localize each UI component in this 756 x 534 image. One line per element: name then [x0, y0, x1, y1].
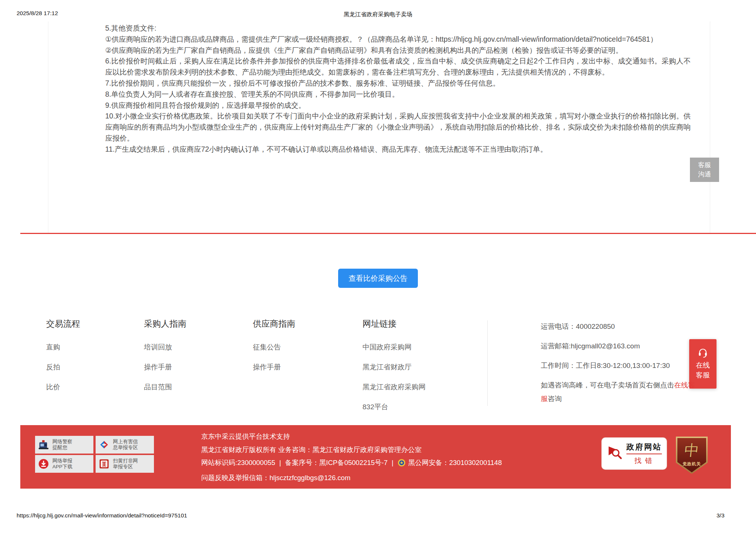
footer-link[interactable]: 中国政府采购网	[362, 342, 426, 352]
footer-column-purchaser-guide: 采购人指南 培训回放 操作手册 品目范围	[144, 318, 186, 402]
footer-link[interactable]: 征集公告	[253, 342, 295, 352]
notice-paragraph: 6.比价报价时间截止后，采购人应在满足比价条件并参加报价的供应商中选择排名价最低…	[105, 56, 691, 78]
footer-link[interactable]: 操作手册	[253, 362, 295, 372]
badge-label: 扫黄打非网	[113, 458, 138, 464]
footer-column-title: 网址链接	[362, 318, 426, 330]
shield-border: 中 党政机关	[676, 437, 708, 474]
footer-link[interactable]: 反拍	[46, 362, 80, 372]
shield-emblem: 中	[683, 440, 700, 461]
anti-porn-seal-icon	[98, 458, 110, 470]
anti-porn-report-badge[interactable]: 扫黄打非网 举报专区	[96, 455, 154, 473]
view-price-comparison-notice-button[interactable]: 查看比价采购公告	[338, 269, 418, 288]
badge-label: 网上有害信	[113, 439, 138, 445]
footer-link[interactable]: 黑龙江省财政厅	[362, 362, 426, 372]
red-bar-text: 京东中采云提供平台技术支持 黑龙江省财政厅版权所有 业务咨询：黑龙江省财政厅政府…	[201, 430, 502, 484]
separator: |	[275, 459, 285, 466]
separator: |	[388, 459, 398, 466]
peak-notice-text: 如遇咨询高峰，可在电子卖场首页右侧点击	[541, 381, 674, 389]
footer-column-title: 交易流程	[46, 318, 80, 330]
registration-line: 网站标识码:2300000055|备案序号：黑ICP备05002215号-7|黑…	[201, 456, 502, 471]
footer-link[interactable]: 直购	[46, 342, 80, 352]
red-divider-line	[20, 233, 756, 234]
app-download-icon	[37, 458, 50, 470]
working-hours: 工作时间：工作日8:30-12:00,13:00-17:30	[541, 359, 700, 372]
peak-notice-suffix: 咨询	[548, 395, 562, 403]
report-badges-grid: 网络警察 提醒您 网上有害信 息举报专区 网络举报 APP下载	[35, 436, 154, 473]
report-app-download-badge[interactable]: 网络举报 APP下载	[35, 455, 93, 473]
footer-column-web-links: 网址链接 中国政府采购网 黑龙江省财政厅 黑龙江省政府采购网 832平台	[362, 318, 426, 422]
operation-email: 运营邮箱:hljcgmall02@163.com	[541, 339, 700, 353]
badge-label: 息举报专区	[113, 445, 138, 451]
badge-label: APP下载	[52, 464, 72, 470]
notice-content: 5.其他资质文件: ①供应商响应的若为进口商品或品牌商品，需提供生产厂家或一级经…	[48, 21, 710, 233]
footer-column-trade-process: 交易流程 直购 反拍 比价	[46, 318, 80, 402]
footer-contact-info: 运营电话：4000220850 运营邮箱:hljcgmall02@163.com…	[541, 320, 700, 411]
notice-paragraph: 5.其他资质文件:	[105, 23, 691, 34]
footer-vertical-divider	[487, 320, 488, 406]
red-footer-bar: 网络警察 提醒您 网上有害信 息举报专区 网络举报 APP下载	[20, 425, 731, 489]
chat-tab-label: 沟通	[698, 170, 711, 179]
page-number: 3/3	[717, 512, 725, 519]
icp-number: 备案序号：黑ICP备05002215号-7	[285, 459, 388, 466]
footer-column-supplier-guide: 供应商指南 征集公告 操作手册	[253, 318, 295, 382]
footer-column-title: 供应商指南	[253, 318, 295, 330]
copyright-line: 黑龙江省财政厅版权所有 业务咨询：黑龙江省财政厅政府采购管理办公室	[201, 443, 502, 457]
document-title: 黑龙江省政府采购电子卖场	[0, 11, 756, 18]
public-security-number: 黑公网安备：23010302001148	[408, 459, 502, 466]
error-badge-title: 政府网站	[626, 442, 662, 454]
badge-label: 网络警察	[52, 439, 72, 445]
badge-label: 网络举报	[52, 458, 72, 464]
harmful-info-icon	[98, 438, 110, 451]
badge-label: 举报专区	[113, 464, 138, 470]
footer-link[interactable]: 操作手册	[144, 362, 186, 372]
shield-label: 党政机关	[683, 461, 701, 467]
report-mailbox-line: 问题反映及举报信箱：hljscztzfcgglbgs@126.com	[201, 471, 502, 485]
print-url: https://hljcg.hlj.gov.cn/mall-view/infor…	[17, 512, 187, 519]
notice-paragraph: ②供应商响应的若为生产厂家自产自销商品，应提供《生产厂家自产自销商品证明》和具有…	[105, 45, 691, 56]
notice-paragraph: 9.供应商报价相同且符合报价规则的，应选择最早报价的成交。	[105, 100, 691, 111]
harmful-info-report-badge[interactable]: 网上有害信 息举报专区	[96, 436, 154, 454]
site-error-report-badge[interactable]: 政府网站 找错	[602, 438, 667, 469]
notice-paragraph: 7.比价报价期间，供应商只能报价一次，报价后不可修改报价产品的技术参数、服务标准…	[105, 78, 691, 89]
notice-paragraph: 8.单位负责人为同一人或者存在直接控股、管理关系的不同供应商，不得参加同一比价项…	[105, 89, 691, 100]
error-finder-flag-icon	[606, 444, 623, 463]
party-gov-org-badge[interactable]: 中 党政机关	[676, 437, 708, 474]
notice-paragraph: ①供应商响应的若为进口商品或品牌商品，需提供生产厂家或一级经销商授权。？（品牌商…	[105, 34, 691, 45]
cyber-police-icon	[37, 438, 50, 451]
footer-link[interactable]: 黑龙江省政府采购网	[362, 382, 426, 392]
operation-phone: 运营电话：4000220850	[541, 320, 700, 333]
badge-label: 提醒您	[52, 445, 72, 451]
notice-paragraph: 10.对小微企业实行价格优惠政策。比价项目如关联了不专门面向中小企业的政府采购计…	[105, 111, 691, 144]
footer-link[interactable]: 品目范围	[144, 382, 186, 392]
cyber-police-badge[interactable]: 网络警察 提醒您	[35, 436, 93, 454]
footer-link[interactable]: 832平台	[362, 402, 426, 412]
notice-paragraph: 11.产生成交结果后，供应商应72小时内确认订单，不可不确认订单或以商品价格错误…	[105, 144, 691, 155]
tech-support-line: 京东中采云提供平台技术支持	[201, 430, 502, 443]
chat-tab-label: 客服	[698, 161, 711, 170]
error-badge-subtitle: 找错	[628, 456, 662, 466]
customer-service-chat-tab[interactable]: 客服 沟通	[690, 158, 719, 182]
peak-notice: 如遇咨询高峰，可在电子卖场首页右侧点击在线客服咨询	[541, 378, 700, 406]
site-id-code: 网站标识码:2300000055	[201, 459, 275, 466]
footer-link[interactable]: 培训回放	[144, 342, 186, 352]
footer-link[interactable]: 比价	[46, 382, 80, 392]
footer-column-title: 采购人指南	[144, 318, 186, 330]
police-emblem-icon	[398, 458, 406, 471]
